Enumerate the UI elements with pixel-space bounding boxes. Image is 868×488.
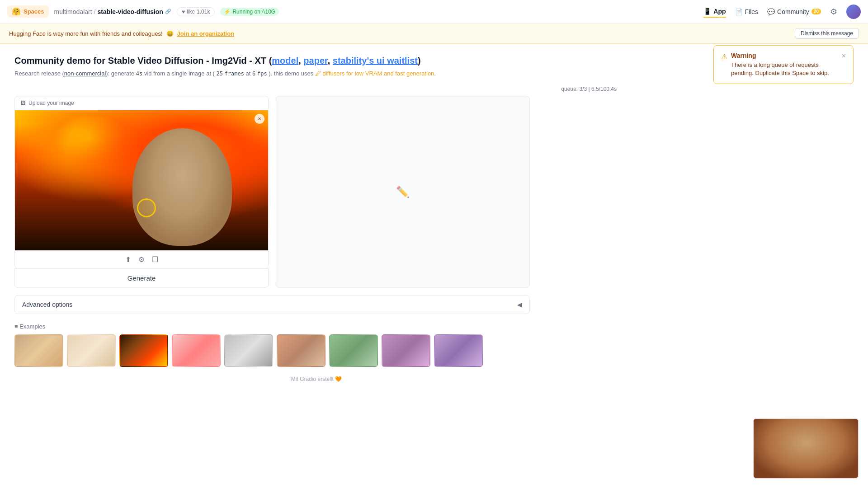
advanced-label: Advanced options [22, 301, 72, 308]
queue-status: queue: 3/3 | 6.5/100.4s [14, 86, 618, 92]
app-nav-item[interactable]: 📱 App [703, 6, 726, 18]
model-link[interactable]: model [272, 56, 298, 66]
files-label: Files [745, 8, 759, 15]
announcement-banner: Hugging Face is way more fun with friend… [0, 23, 868, 44]
examples-label: ≡ Examples [14, 323, 530, 330]
advanced-options-section: Advanced options ◀ [14, 295, 530, 314]
settings-icon[interactable]: ⚙ [830, 7, 837, 17]
heart-icon: ♥ [182, 9, 185, 15]
join-organization-link[interactable]: Join an organization [177, 30, 234, 37]
example-thumb-6[interactable] [277, 334, 326, 367]
community-icon: 💬 [767, 8, 775, 15]
app-icon: 📱 [703, 8, 711, 15]
repo-link-icon: 🔗 [165, 9, 171, 14]
example-thumb-2[interactable] [67, 334, 116, 367]
example-thumb-8[interactable] [382, 334, 430, 367]
example-thumb-7[interactable] [329, 334, 378, 367]
chevron-icon: ◀ [517, 301, 522, 308]
upload-panel: 🖼 Upload your image × ⬆ ⚙ ❐ [14, 96, 269, 269]
output-panel: ✏️ [276, 96, 530, 288]
example-thumb-4[interactable] [172, 334, 221, 367]
spaces-emoji: 🤗 [12, 7, 21, 16]
running-label: Running on A10G [232, 9, 275, 15]
dismiss-button[interactable]: Dismiss this message [795, 28, 859, 39]
warning-title: Warning [731, 52, 837, 59]
diffusers-link[interactable]: 🖊 diffusers for low VRAM and fast genera… [315, 70, 434, 77]
upload-header: 🖼 Upload your image [15, 96, 268, 110]
repo-sep: / [94, 8, 96, 15]
spaces-label: Spaces [24, 8, 44, 15]
loading-icon: ✏️ [396, 186, 410, 198]
input-panel: 🖼 Upload your image × ⬆ ⚙ ❐ Generate [14, 96, 269, 288]
main-content: Community demo for Stable Video Diffusio… [0, 44, 633, 402]
community-label: Community [777, 8, 809, 15]
image-close-button[interactable]: × [255, 114, 264, 124]
files-icon: 📄 [735, 8, 743, 15]
top-nav: 🤗 Spaces multimodalart / stable-video-di… [0, 0, 868, 23]
example-thumb-3[interactable] [119, 334, 168, 367]
example-thumb-9[interactable] [434, 334, 483, 367]
upload-label: Upload your image [28, 100, 74, 106]
example-thumb-1[interactable] [14, 334, 63, 367]
like-badge[interactable]: ♥ like 1.01k [177, 7, 215, 16]
upload-icon: 🖼 [20, 100, 26, 106]
waitlist-link[interactable]: stability's ui waitlist [333, 56, 418, 66]
banner-message: Hugging Face is way more fun with friend… [9, 30, 163, 37]
warning-message: There is a long queue of requests pendin… [731, 61, 837, 77]
image-container[interactable]: × [15, 110, 268, 250]
image-toolbar: ⬆ ⚙ ❐ [15, 250, 268, 268]
running-badge: ⚡ Running on A10G [220, 8, 279, 16]
demo-grid: 🖼 Upload your image × ⬆ ⚙ ❐ Generate [14, 96, 530, 288]
warning-icon: ⚠ [721, 52, 727, 61]
like-label: like [187, 9, 195, 15]
page-subtitle: Research release (non-commercial): gener… [14, 70, 618, 77]
warning-header: ⚠ Warning There is a long queue of reque… [721, 52, 846, 77]
repo-name[interactable]: stable-video-diffusion [97, 8, 163, 15]
edit-icon[interactable]: ⚙ [138, 255, 145, 264]
page-title: Community demo for Stable Video Diffusio… [14, 55, 618, 66]
nav-right: 📱 App 📄 Files 💬 Community 20 ⚙ [703, 5, 861, 19]
cursor-indicator [137, 198, 156, 217]
user-avatar[interactable] [846, 5, 861, 19]
example-thumb-5[interactable] [224, 334, 273, 367]
community-nav-item[interactable]: 💬 Community 20 [767, 6, 821, 17]
like-count: 1.01k [197, 9, 210, 15]
footer-text: Mit Gradio erstellt 🧡 [291, 376, 342, 382]
community-badge: 20 [811, 9, 821, 14]
nav-left: 🤗 Spaces multimodalart / stable-video-di… [7, 5, 696, 18]
repo-owner[interactable]: multimodalart [54, 8, 92, 15]
repo-path: multimodalart / stable-video-diffusion 🔗 [54, 8, 171, 15]
copy-icon[interactable]: ❐ [152, 255, 158, 264]
examples-section: ≡ Examples [14, 323, 530, 367]
advanced-options-header[interactable]: Advanced options ◀ [15, 296, 529, 314]
share-icon[interactable]: ⬆ [125, 255, 131, 264]
spaces-badge[interactable]: 🤗 Spaces [7, 5, 49, 18]
banner-content: Hugging Face is way more fun with friend… [9, 30, 234, 37]
warning-box: ⚠ Warning There is a long queue of reque… [713, 45, 854, 84]
banner-emoji: 😄 [166, 30, 174, 37]
examples-grid [14, 334, 530, 367]
files-nav-item[interactable]: 📄 Files [735, 6, 759, 17]
image-subject [132, 128, 232, 246]
paper-link[interactable]: paper [303, 56, 327, 66]
warning-close-button[interactable]: × [842, 52, 846, 60]
app-label: App [713, 8, 726, 15]
footer: Mit Gradio erstellt 🧡 [14, 367, 618, 391]
lightning-icon: ⚡ [224, 9, 231, 15]
generate-button[interactable]: Generate [14, 268, 269, 288]
